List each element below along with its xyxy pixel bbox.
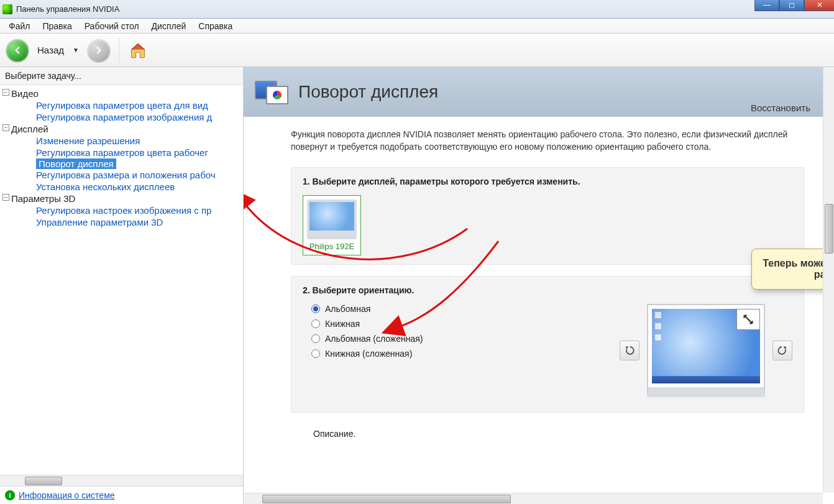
tree-group-3d[interactable]: − Параметры 3D [0,193,243,204]
tree-item-video-image[interactable]: Регулировка параметров изображения д [0,111,243,123]
home-button[interactable] [128,40,148,60]
tree-item-size-position[interactable]: Регулировка размера и положения рабоч [0,169,243,181]
sidebar: Выберите задачу... − Видео Регулировка п… [0,67,244,504]
intro-text: Функция поворота дисплея NVIDIA позволяе… [291,128,804,153]
collapse-icon[interactable]: − [2,89,9,96]
page-title: Поворот дисплея [298,82,438,102]
page-header: Поворот дисплея Восстановить [244,67,823,117]
tree-item-multi-display[interactable]: Установка нескольких дисплеев [0,181,243,193]
tree-item-3d-image[interactable]: Регулировка настроек изображения с пр [0,204,243,216]
tree-item-rotate-display[interactable]: Поворот дисплея [36,158,116,169]
monitor-tile[interactable]: Philips 192E [303,195,361,255]
orientation-radios: Альбомная Книжная Альбомная (сложенная) … [303,304,423,359]
radio-portrait-flipped[interactable]: Книжная (сложенная) [311,349,423,359]
info-icon: i [5,490,15,500]
content-h-scrollbar[interactable] [244,493,823,504]
toolbar: Назад ▼ [0,34,834,67]
monitor-name: Philips 192E [307,242,357,251]
radio-landscape[interactable]: Альбомная [311,304,423,314]
collapse-icon[interactable]: − [2,194,9,201]
menu-display[interactable]: Дисплей [145,20,193,32]
toolbar-separator [119,38,119,63]
section-select-display: 1. Выберите дисплей, параметры которого … [291,167,804,265]
app-icon [2,4,12,14]
monitor-icon [307,199,357,239]
collapse-icon[interactable]: − [2,124,9,131]
tree-item-desktop-color[interactable]: Регулировка параметров цвета рабочег [0,147,243,158]
sidebar-footer: i Информация о системе [0,486,243,504]
section-orientation: 2. Выберите ориентацию. Альбомная Книжна… [291,276,804,413]
forward-button[interactable] [88,39,110,62]
rotate-display-icon [255,77,290,107]
window-title: Панель управления NVIDIA [16,4,119,14]
back-history-dropdown[interactable]: ▼ [73,47,79,53]
menu-edit[interactable]: Правка [36,20,78,32]
radio-landscape-flipped[interactable]: Альбомная (сложенная) [311,334,423,344]
sidebar-h-scrollbar[interactable] [0,475,243,486]
menu-desktop[interactable]: Рабочий стол [78,20,145,32]
tree-group-video[interactable]: − Видео [0,88,243,99]
restore-link[interactable]: Восстановить [751,103,810,113]
content-v-scrollbar[interactable] [823,67,834,493]
orientation-preview [647,304,765,397]
task-tree: − Видео Регулировка параметров цвета для… [0,85,243,475]
tree-item-resolution[interactable]: Изменение разрешения [0,135,243,147]
annotation-callout: Теперь можете с легкостью выполнить разв… [751,249,823,290]
tree-item-video-color[interactable]: Регулировка параметров цвета для вид [0,99,243,111]
orientation-badge-icon [736,309,760,330]
step2-title: 2. Выберите ориентацию. [303,285,792,295]
description-label: Описание. [291,424,804,439]
minimize-button[interactable]: — [754,0,779,11]
rotate-ccw-button[interactable] [620,341,639,360]
menu-bar: Файл Правка Рабочий стол Дисплей Справка [0,19,834,34]
maximize-button[interactable]: ◻ [779,0,804,11]
sidebar-header: Выберите задачу... [0,67,243,85]
radio-portrait[interactable]: Книжная [311,319,423,329]
back-label: Назад [37,45,64,55]
back-button[interactable] [6,39,29,62]
tree-group-display[interactable]: − Дисплей [0,123,243,135]
rotate-cw-button[interactable] [772,341,792,360]
menu-help[interactable]: Справка [192,20,239,32]
close-button[interactable]: ✕ [804,0,834,11]
menu-file[interactable]: Файл [2,20,36,32]
system-info-link[interactable]: Информация о системе [19,490,115,500]
title-bar: Панель управления NVIDIA — ◻ ✕ [0,0,834,19]
tree-item-3d-manage[interactable]: Управление параметрами 3D [0,216,243,228]
step1-title: 1. Выберите дисплей, параметры которого … [303,176,792,186]
content-area: Поворот дисплея Восстановить Функция пов… [244,67,834,504]
